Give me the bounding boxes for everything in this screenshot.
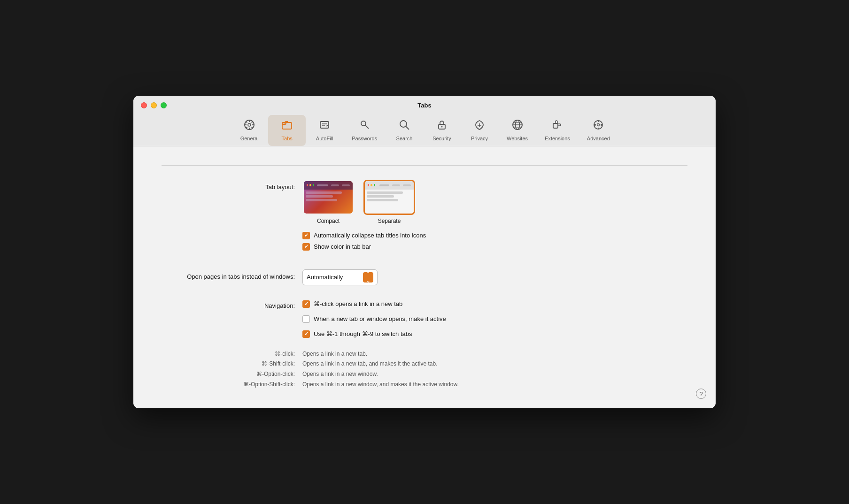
auto-collapse-label: Automatically collapse tab titles into i… <box>314 232 426 239</box>
hint-descs: Opens a link in a new tab. Opens a link … <box>302 349 687 389</box>
cmd-click-row: ✓ ⌘-click opens a link in a new tab <box>302 300 446 308</box>
general-icon <box>243 119 255 134</box>
tab-layout-content: Compact <box>302 180 687 254</box>
title-bar: Tabs <box>133 96 716 146</box>
show-color-row: ✓ Show color in tab bar <box>302 243 687 251</box>
svg-line-19 <box>406 126 409 130</box>
settings-window: Tabs <box>133 96 716 408</box>
advanced-label: Advanced <box>587 136 610 141</box>
compact-preview[interactable] <box>302 180 354 215</box>
extensions-icon <box>551 119 563 134</box>
toolbar-item-privacy[interactable]: Privacy <box>461 115 498 146</box>
auto-collapse-row: ✓ Automatically collapse tab titles into… <box>302 232 687 239</box>
toolbar-item-autofill[interactable]: AutoFill <box>306 115 343 146</box>
compact-tab-bar <box>304 181 353 190</box>
window-title: Tabs <box>417 102 431 109</box>
navigation-checkboxes: ✓ ⌘-click opens a link in a new tab When… <box>302 300 446 342</box>
toolbar-item-tabs[interactable]: Tabs <box>268 115 306 146</box>
use-cmd-switch-checkmark: ✓ <box>304 331 309 337</box>
svg-rect-29 <box>553 123 558 128</box>
tabs-icon <box>281 119 293 134</box>
svg-point-21 <box>441 126 443 127</box>
separate-dot-green <box>374 184 375 186</box>
svg-point-18 <box>400 121 407 127</box>
settings-content: Tab layout: <box>133 146 716 408</box>
cmd-option-shift-click-desc: Opens a link in a new window, and makes … <box>302 380 687 390</box>
navigation-label: Navigation: <box>162 300 302 309</box>
open-pages-label: Open pages in tabs instead of windows: <box>162 269 302 280</box>
dropdown-arrow-icon: ⌃⌄ <box>363 272 373 283</box>
auto-collapse-checkmark: ✓ <box>304 232 309 238</box>
svg-line-9 <box>246 127 247 129</box>
show-color-checkbox[interactable]: ✓ <box>302 243 310 251</box>
show-color-checkmark: ✓ <box>304 244 309 250</box>
svg-rect-12 <box>320 122 329 128</box>
compact-option[interactable]: Compact <box>302 180 354 224</box>
svg-rect-11 <box>282 122 286 124</box>
svg-point-37 <box>594 124 596 126</box>
use-cmd-switch-checkbox[interactable]: ✓ <box>302 330 310 338</box>
dropdown-row: Automatically ⌃⌄ <box>302 269 687 285</box>
separate-label: Separate <box>378 218 401 224</box>
svg-line-6 <box>246 121 247 122</box>
websites-icon <box>511 119 524 134</box>
use-cmd-switch-label: Use ⌘-1 through ⌘-9 to switch tabs <box>314 330 412 337</box>
open-pages-section: Open pages in tabs instead of windows: A… <box>162 269 687 285</box>
hint-section: ⌘-click: ⌘-Shift-click: ⌘-Option-click: … <box>162 349 687 389</box>
compact-content <box>304 190 353 205</box>
toolbar-item-general[interactable]: General <box>231 115 268 146</box>
open-pages-dropdown[interactable]: Automatically ⌃⌄ <box>302 269 378 285</box>
separate-option[interactable]: Separate <box>363 180 415 224</box>
cmd-click-checkbox[interactable]: ✓ <box>302 300 310 308</box>
new-tab-active-checkbox[interactable] <box>302 315 310 323</box>
toolbar-item-advanced[interactable]: Advanced <box>579 115 618 146</box>
navigation-section: Navigation: ✓ ⌘-click opens a link in a … <box>162 300 687 342</box>
cmd-click-label: ⌘-click opens a link in a new tab <box>314 300 402 307</box>
passwords-icon <box>358 119 370 134</box>
toolbar-item-passwords[interactable]: Passwords <box>343 115 386 146</box>
chevron-icon: ⌃⌄ <box>366 271 370 284</box>
close-button[interactable] <box>141 102 147 108</box>
open-pages-content: Automatically ⌃⌄ <box>302 269 687 285</box>
compact-dot-yellow <box>309 184 311 186</box>
cmd-shift-click-key: ⌘-Shift-click: <box>162 359 295 369</box>
cmd-shift-click-desc: Opens a link in a new tab, and makes it … <box>302 359 687 369</box>
auto-collapse-checkbox[interactable]: ✓ <box>302 232 310 239</box>
separate-content <box>365 190 414 205</box>
window-controls <box>141 102 167 108</box>
compact-dot-green <box>313 184 314 186</box>
toolbar-item-extensions[interactable]: Extensions <box>536 115 579 146</box>
websites-label: Websites <box>507 136 528 141</box>
toolbar-item-websites[interactable]: Websites <box>498 115 536 146</box>
svg-point-36 <box>601 124 602 126</box>
maximize-button[interactable] <box>161 102 167 108</box>
new-tab-active-label: When a new tab or window opens, make it … <box>314 315 446 322</box>
svg-line-8 <box>252 121 253 122</box>
separate-preview-inner <box>365 181 414 214</box>
autofill-icon <box>318 119 331 134</box>
cmd-click-desc: Opens a link in a new tab. <box>302 349 687 359</box>
cmd-option-click-key: ⌘-Option-click: <box>162 369 295 380</box>
autofill-label: AutoFill <box>316 136 333 141</box>
cmd-option-shift-click-key: ⌘-Option-Shift-click: <box>162 380 295 390</box>
compact-preview-inner <box>304 181 353 214</box>
cmd-click-key: ⌘-click: <box>162 349 295 359</box>
separate-preview[interactable] <box>363 180 415 215</box>
toolbar: General Tabs <box>141 115 708 146</box>
minimize-button[interactable] <box>151 102 157 108</box>
svg-point-1 <box>248 123 251 126</box>
passwords-label: Passwords <box>352 136 377 141</box>
extensions-label: Extensions <box>545 136 570 141</box>
separate-dot-red <box>368 184 369 186</box>
privacy-icon <box>473 119 486 134</box>
general-label: General <box>240 136 259 141</box>
cmd-option-click-desc: Opens a link in a new window. <box>302 369 687 380</box>
compact-dot-red <box>307 184 308 186</box>
use-cmd-switch-row: ✓ Use ⌘-1 through ⌘-9 to switch tabs <box>302 330 446 338</box>
search-label: Search <box>396 136 413 141</box>
toolbar-item-search[interactable]: Search <box>386 115 423 146</box>
toolbar-item-security[interactable]: Security <box>423 115 461 146</box>
advanced-icon <box>592 119 604 134</box>
show-color-label: Show color in tab bar <box>314 243 371 250</box>
tab-layout-options: Compact <box>302 180 687 224</box>
